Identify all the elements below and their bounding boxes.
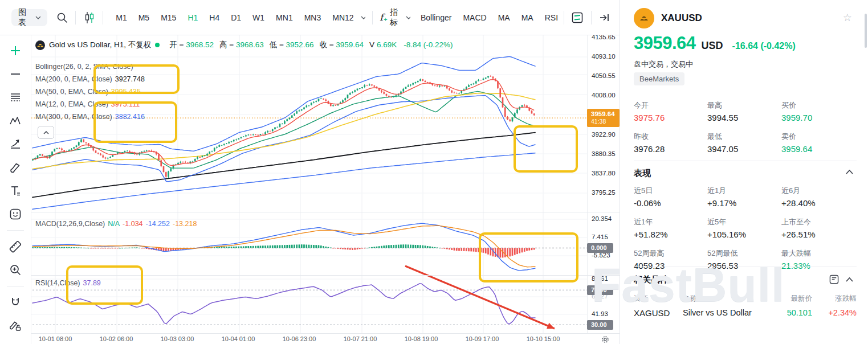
symbol-legend: Gold vs US Dollar, H1, 不复权 开 = 3968.52高 … [35, 40, 453, 50]
chart-menu-button[interactable]: 图表 [11, 9, 47, 26]
favorite-star-icon[interactable]: ☆ [843, 13, 852, 23]
instrument-info-panel: XAUUSD ☆ 3959.64 USD -16.64 (-0.42%) 盘中交… [620, 0, 868, 344]
level-badge: 70.00 [587, 285, 613, 295]
stat-cell: 近5年+105.16% [707, 217, 781, 239]
level-badge: 0.000 [587, 243, 613, 253]
indicator-button-ma-2[interactable]: MA [498, 13, 510, 22]
search-icon[interactable] [55, 10, 68, 25]
indicator-button-bollinger[interactable]: Bollinger [421, 13, 451, 22]
indicator-button-rsi[interactable]: RSI [545, 13, 558, 22]
chevron-up-icon[interactable] [846, 170, 853, 174]
axis-tick-label: 3922.90 [592, 131, 616, 138]
indicators-menu-button[interactable]: f + 指标 [380, 7, 410, 28]
axis-tick-label: 7.415 [592, 234, 608, 240]
collapse-right-icon[interactable] [598, 10, 612, 25]
indicator-button-macd[interactable]: MACD [463, 13, 486, 22]
text-tool-icon[interactable] [6, 181, 25, 200]
zoom-in-icon[interactable] [6, 260, 25, 280]
stat-cell: 最大跌幅21.33% [781, 248, 857, 271]
chart-menu-label: 图表 [18, 7, 32, 28]
broker-badge[interactable]: BeeMarkets [634, 72, 684, 85]
fib-lines-icon[interactable] [6, 88, 25, 107]
projection-arrow-icon[interactable] [6, 134, 25, 154]
list-view-icon[interactable] [829, 275, 839, 284]
related-header: 名称 [683, 294, 763, 304]
stat-cell: 最高3994.55 [707, 100, 781, 122]
stat-cell: 上市至今+26.51% [781, 217, 857, 239]
chevron-down-icon [35, 16, 40, 19]
indicator-fx-icon: f [380, 12, 383, 23]
chevron-up-icon [43, 131, 49, 134]
brush-icon[interactable] [6, 158, 25, 177]
stat-cell: 近5日-0.06% [634, 186, 707, 208]
related-header: 涨跌幅 [812, 294, 857, 304]
axis-tick-label: 3837.80 [592, 170, 616, 177]
timeframe-mn12[interactable]: MN12 [332, 13, 353, 22]
time-tick-label: 10-01 08:00 [39, 335, 72, 342]
symbol-title: XAUUSD [661, 13, 702, 24]
time-tick-label: 10-07 21:00 [344, 335, 377, 342]
market-open-dot [155, 43, 160, 47]
crosshair-plus-icon[interactable] [6, 41, 25, 60]
chart-toolbar: 图表 M1M5M15H1H4D1W1MN1MN3MN12 f + 指标 Boll… [0, 0, 620, 35]
indicator-shortcut-group: BollingerMACDMAMARSI [415, 13, 564, 22]
indicator-row: MA(300, 0, EMA, Close)3882.416 [35, 113, 145, 121]
axis-tick-label: 82.61 [592, 275, 608, 282]
indicator-row: Bollinger(26, 0, 2, SMA, Close) [35, 63, 133, 71]
brush-lock-icon[interactable] [6, 316, 25, 335]
collapse-indicators-button[interactable] [38, 126, 54, 139]
emoji-icon[interactable] [6, 204, 25, 224]
stat-cell: 近1年+51.82% [634, 217, 707, 239]
time-tick-label: 10-08 19:00 [405, 335, 438, 342]
related-header: 最新价 [763, 294, 812, 304]
stat-cell: 卖价3959.64 [781, 132, 857, 154]
ruler-icon[interactable] [6, 237, 25, 256]
stat-cell: 买价3959.70 [781, 100, 857, 122]
stat-cell: 最低3947.05 [707, 132, 781, 154]
timeframe-h4[interactable]: H4 [209, 13, 219, 22]
symbol-legend-text: Gold vs US Dollar, H1, 不复权 [49, 40, 151, 50]
chevron-down-icon [406, 16, 410, 19]
indicator-button-ma-3[interactable]: MA [521, 13, 533, 22]
last-price: 3959.64 [634, 33, 696, 54]
pattern-icon[interactable] [6, 111, 25, 130]
candlestick-icon[interactable] [83, 10, 96, 25]
time-tick-label: 10-10 15:00 [527, 335, 560, 342]
trading-workstation: 图表 M1M5M15H1H4D1W1MN1MN3MN12 f + 指标 Boll… [0, 0, 868, 344]
related-row[interactable]: XAGUSDSilver vs US Dollar50.101+2.34% [634, 308, 857, 318]
timeframe-h1[interactable]: H1 [188, 13, 198, 22]
rsi-legend: RSI(14,Close)37.89 [35, 279, 101, 287]
time-tick-label: 10-04 01:00 [222, 335, 255, 342]
time-tick-label: 10-03 03:00 [161, 335, 194, 342]
gold-symbol-icon [35, 40, 45, 50]
chevron-up-icon[interactable] [846, 277, 853, 282]
time-tick-label: 10-02 06:00 [100, 335, 133, 342]
lock-icon[interactable] [6, 339, 25, 344]
timeframe-m5[interactable]: M5 [138, 13, 149, 22]
chart-settings-gear-icon[interactable] [601, 335, 609, 344]
stat-cell: 52周最低2956.53 [707, 248, 781, 271]
axis-tick-label: 4050.55 [592, 72, 616, 79]
timeframe-m15[interactable]: M15 [161, 13, 176, 22]
indicator-row: MA(12, 0, EMA, Close)3975.111 [35, 100, 140, 108]
magnet-icon[interactable] [6, 293, 25, 312]
layout-icon[interactable] [571, 10, 584, 25]
related-header: 资产 [634, 294, 683, 304]
timeframe-chevron-down-icon[interactable] [361, 16, 366, 19]
timeframe-mn3[interactable]: MN3 [304, 13, 321, 22]
panel-scrollbar[interactable] [865, 14, 867, 48]
time-axis[interactable]: 10-01 08:0010-02 06:0010-03 03:0010-04 0… [31, 333, 620, 344]
timeframe-d1[interactable]: D1 [231, 13, 241, 22]
timeframe-w1[interactable]: W1 [252, 13, 264, 22]
timeframe-m1[interactable]: M1 [116, 13, 127, 22]
market-status-text: 盘中交易，交易中 [634, 59, 693, 69]
time-tick-label: 10-09 17:00 [466, 335, 499, 342]
timeframe-group: M1M5M15H1H4D1W1MN1MN3MN12 [110, 13, 359, 22]
drawing-toolbar [0, 35, 31, 344]
ohlc-values: 开 = 3968.52高 = 3968.63低 = 3952.66收 = 395… [164, 40, 453, 50]
performance-grid: 近5日-0.06%近1月+9.17%近6月+28.40%近1年+51.82%近5… [634, 186, 857, 271]
stat-cell: 近6月+28.40% [781, 186, 857, 208]
indicator-row: MA(50, 0, EMA, Close)3995.435 [35, 88, 141, 96]
trend-line-icon[interactable] [6, 64, 25, 84]
timeframe-mn1[interactable]: MN1 [276, 13, 293, 22]
